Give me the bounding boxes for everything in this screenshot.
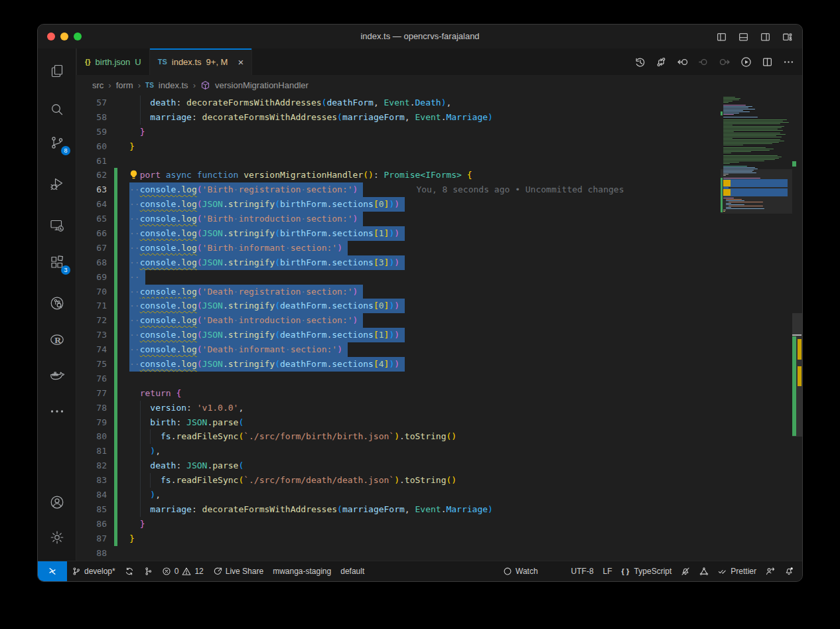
- activity-bar-item-run-and-debug[interactable]: [38, 172, 76, 196]
- customize-layout-icon[interactable]: [782, 31, 793, 42]
- code-line[interactable]: 58 marriage: decorateFormsWithAddresses(…: [76, 110, 802, 125]
- status-notifications-off[interactable]: [676, 561, 695, 581]
- activity-bar-item-search[interactable]: [38, 98, 76, 121]
- activity-bar-item-r-language[interactable]: R: [38, 328, 76, 352]
- code-line[interactable]: 74··console.log('Death·informant·section…: [76, 342, 802, 357]
- status-graph-extension[interactable]: [695, 561, 713, 581]
- code-line[interactable]: 84 ),: [76, 488, 802, 502]
- code-line[interactable]: 77 return {: [76, 386, 802, 401]
- more-actions-icon[interactable]: [783, 56, 794, 68]
- activity-bar-item-git-graph[interactable]: [38, 291, 76, 315]
- activity-bar-item-settings[interactable]: [38, 525, 76, 549]
- status-profile[interactable]: default: [336, 561, 369, 581]
- code-line[interactable]: 68··console.log(JSON.stringify(birthForm…: [76, 255, 802, 270]
- code-line[interactable]: 63··console.log('Birth·registration·sect…: [76, 182, 802, 197]
- typescript-file-icon: TS: [158, 58, 167, 66]
- code-line[interactable]: 78 version: 'v1.0.0',: [76, 401, 802, 415]
- code-line[interactable]: 75··console.log(JSON.stringify(deathForm…: [76, 357, 802, 372]
- status-commit-graph[interactable]: [139, 561, 157, 581]
- code-line[interactable]: 61: [76, 154, 802, 169]
- activity-bar-item-remote-explorer[interactable]: [38, 214, 76, 238]
- code-text: ··console.log(JSON.stringify(deathForm.s…: [129, 299, 405, 313]
- breadcrumb: src›form›TSindex.ts›versionMigrationHand…: [76, 75, 802, 95]
- status-notifications[interactable]: [780, 561, 798, 581]
- code-line[interactable]: 79 birth: JSON.parse(: [76, 415, 802, 430]
- status-prettier[interactable]: Prettier: [713, 561, 761, 581]
- minimap[interactable]: [721, 97, 792, 561]
- status-git-branch[interactable]: develop*: [67, 561, 120, 581]
- status-encoding[interactable]: UTF-8: [567, 561, 598, 581]
- status-watch-task[interactable]: Watch: [498, 561, 543, 581]
- current-change-icon[interactable]: [698, 56, 709, 68]
- code-text: ),: [129, 488, 161, 502]
- gutter-change-indicator: [114, 517, 117, 531]
- line-number: 64: [76, 197, 107, 212]
- status-gitlens-mode[interactable]: mwanga-staging: [268, 561, 336, 581]
- code-line[interactable]: 82 death: JSON.parse(: [76, 458, 802, 473]
- breadcrumb-separator: ›: [138, 80, 141, 90]
- line-number: 82: [76, 458, 107, 473]
- status-sync-changes[interactable]: [120, 561, 139, 581]
- status-problems[interactable]: 012: [157, 561, 208, 581]
- code-line[interactable]: 64··console.log(JSON.stringify(birthForm…: [76, 197, 802, 212]
- tab-birth-json[interactable]: {}birth.jsonU: [76, 48, 150, 75]
- code-line[interactable]: 80 fs.readFileSync(`./src/form/birth/bir…: [76, 429, 802, 444]
- minimap-decoration: [723, 187, 729, 188]
- json-file-icon: {}: [85, 58, 91, 66]
- run-code-icon[interactable]: [740, 56, 752, 68]
- breadcrumb-item[interactable]: index.ts: [159, 80, 188, 90]
- timeline-icon[interactable]: [634, 56, 646, 68]
- code-line[interactable]: 65··console.log('Birth·introduction·sect…: [76, 212, 802, 226]
- activity-bar-item-source-control[interactable]: 8: [38, 131, 76, 155]
- code-line[interactable]: 81 ),: [76, 444, 802, 458]
- status-remote-indicator[interactable]: [38, 561, 67, 581]
- activity-bar-item-accounts[interactable]: [38, 490, 76, 514]
- code-line[interactable]: 73··console.log(JSON.stringify(deathForm…: [76, 328, 802, 342]
- code-line[interactable]: 76: [76, 372, 802, 386]
- breadcrumb-item[interactable]: form: [116, 80, 133, 90]
- toggle-primary-sidebar-icon[interactable]: [716, 31, 727, 42]
- status-label: Watch: [516, 567, 538, 576]
- next-change-icon[interactable]: [719, 56, 731, 68]
- code-line[interactable]: 62export async function versionMigration…: [76, 168, 802, 182]
- toggle-panel-icon[interactable]: [738, 31, 749, 42]
- editor[interactable]: 57 death: decorateFormsWithAddresses(dea…: [76, 95, 802, 561]
- status-language-mode[interactable]: { }TypeScript: [617, 561, 677, 581]
- code-line[interactable]: 71··console.log(JSON.stringify(deathForm…: [76, 299, 802, 313]
- breadcrumb-item[interactable]: src: [92, 80, 104, 90]
- code-line[interactable]: 60}: [76, 139, 802, 154]
- status-live-share[interactable]: Live Share: [208, 561, 268, 581]
- code-area[interactable]: 57 death: decorateFormsWithAddresses(dea…: [76, 96, 802, 561]
- close-tab-icon[interactable]: ×: [238, 56, 244, 68]
- code-line[interactable]: 88: [76, 546, 802, 561]
- code-line[interactable]: 72··console.log('Death·introduction·sect…: [76, 313, 802, 328]
- code-line[interactable]: 69··: [76, 270, 802, 285]
- status-feedback[interactable]: [761, 561, 780, 581]
- code-text: fs.readFileSync(`./src/form/birth/birth.…: [129, 429, 456, 444]
- activity-bar-item-extensions[interactable]: 3: [38, 250, 76, 274]
- code-line[interactable]: 67··console.log('Birth·informant·section…: [76, 241, 802, 255]
- overview-ruler-scrollbar[interactable]: [792, 95, 802, 561]
- toggle-secondary-sidebar-icon[interactable]: [760, 31, 771, 42]
- tab-index-ts[interactable]: TSindex.ts9+, M×: [150, 48, 253, 75]
- code-line[interactable]: 86 }: [76, 517, 802, 531]
- code-line[interactable]: 57 death: decorateFormsWithAddresses(dea…: [76, 96, 802, 110]
- activity-bar-item-additional-views[interactable]: [38, 399, 76, 423]
- code-line[interactable]: 85 marriage: decorateFormsWithAddresses(…: [76, 502, 802, 517]
- breadcrumb-item[interactable]: versionMigrationHandler: [215, 80, 309, 90]
- code-line[interactable]: 83 fs.readFileSync(`./src/form/death/dea…: [76, 473, 802, 488]
- previous-change-icon[interactable]: [677, 56, 688, 68]
- split-editor-icon[interactable]: [762, 56, 773, 68]
- lightbulb-code-action-icon[interactable]: [128, 169, 139, 180]
- activity-bar-item-explorer[interactable]: [38, 59, 76, 83]
- activity-bar-item-docker[interactable]: [38, 363, 76, 387]
- compare-changes-icon[interactable]: [656, 56, 667, 68]
- status-eol[interactable]: LF: [598, 561, 617, 581]
- code-line[interactable]: 66··console.log(JSON.stringify(birthForm…: [76, 226, 802, 241]
- code-line[interactable]: 59 }: [76, 125, 802, 139]
- code-line[interactable]: 87}: [76, 531, 802, 546]
- code-text: death: decorateFormsWithAddresses(deathF…: [129, 96, 451, 110]
- code-line[interactable]: 70··console.log('Death·registration·sect…: [76, 285, 802, 299]
- indent-guide: [140, 415, 141, 430]
- code-text: ··console.log('Death·introduction·sectio…: [129, 313, 363, 328]
